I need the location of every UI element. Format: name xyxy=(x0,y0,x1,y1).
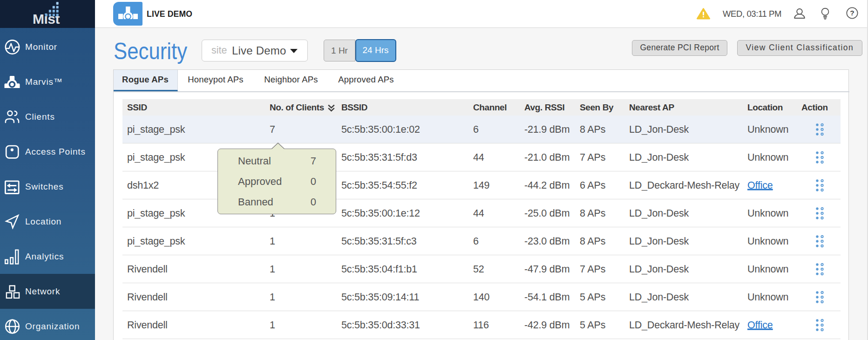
svg-text:?: ? xyxy=(850,9,854,17)
